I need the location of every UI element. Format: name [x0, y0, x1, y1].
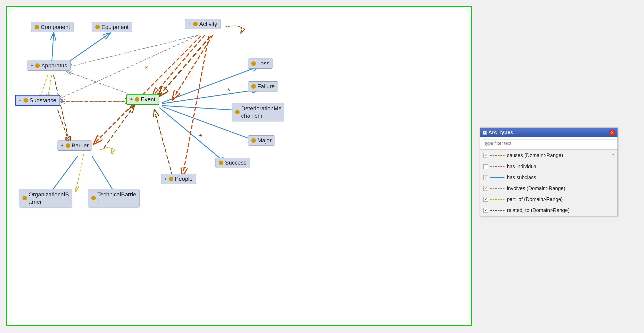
node-component[interactable]: Component — [31, 22, 74, 32]
svg-line-2 — [162, 106, 243, 111]
node-dot-component — [35, 25, 39, 29]
node-label-success: Success — [225, 160, 246, 166]
node-label-techbarrier: TechnicalBarrier — [98, 191, 136, 206]
arc-types-title: Arc Types — [488, 129, 514, 136]
arc-item-part-of: part_of (Domain>Range) — [480, 194, 618, 205]
svg-line-13 — [58, 36, 197, 99]
node-failure[interactable]: Failure — [248, 81, 278, 91]
node-people[interactable]: + People — [161, 174, 196, 184]
svg-line-20 — [58, 109, 70, 144]
svg-line-8 — [64, 33, 110, 65]
node-dot-orgbarrier — [22, 196, 27, 200]
node-deterioration[interactable]: DeteriorationMechanism — [232, 103, 284, 121]
node-plus-people: + — [164, 176, 167, 182]
arc-types-header-checkbox[interactable]: ✓ — [482, 131, 487, 135]
node-dot-substance — [24, 98, 28, 103]
arc-checkbox-causes[interactable] — [484, 153, 488, 157]
node-activity[interactable]: + Activity — [185, 19, 221, 29]
arc-item-related-to: related_to (Domain>Range) — [480, 205, 618, 216]
svg-text:*: * — [144, 64, 148, 73]
svg-line-12 — [67, 35, 199, 67]
node-dot-techbarrier — [91, 196, 96, 200]
svg-line-14 — [67, 71, 136, 96]
arc-line-part-of — [490, 199, 504, 200]
node-dot-equipment — [96, 25, 100, 29]
node-dot-event — [135, 97, 139, 102]
arc-label-has-individual: has individual — [507, 164, 614, 169]
node-techbarrier[interactable]: TechnicalBarrier — [88, 189, 140, 208]
arc-star-causes: * — [612, 152, 614, 158]
arc-line-related-to — [490, 210, 504, 211]
arc-line-has-individual — [490, 166, 504, 167]
arc-checkbox-part-of[interactable] — [484, 197, 488, 202]
svg-line-24 — [154, 109, 172, 176]
svg-line-22 — [158, 36, 211, 96]
node-major[interactable]: Major — [248, 135, 275, 146]
node-label-activity: Activity — [199, 21, 217, 27]
node-dot-major — [251, 138, 256, 143]
arc-label-involves: involves (Domain>Range) — [507, 185, 614, 191]
node-dot-deterioration — [235, 110, 240, 114]
arc-checkbox-related-to[interactable] — [484, 208, 488, 213]
node-label-event: Event — [141, 96, 156, 103]
node-dot-loss — [251, 61, 256, 66]
node-dot-people — [169, 177, 173, 181]
node-label-major: Major — [258, 137, 272, 144]
svg-line-25 — [172, 35, 213, 99]
arc-checkbox-involves[interactable] — [484, 186, 488, 191]
node-dot-apparatus — [35, 63, 40, 68]
node-dot-failure — [251, 84, 256, 89]
arc-line-has-subclass — [490, 177, 504, 178]
node-barrier[interactable]: + Barrier — [58, 140, 92, 151]
arc-item-has-individual: has individual — [480, 161, 618, 172]
arc-label-has-subclass: has subclass — [507, 175, 614, 180]
svg-line-19 — [54, 75, 70, 144]
arc-types-filter-row — [480, 137, 618, 150]
svg-line-4 — [160, 107, 226, 164]
arc-label-part-of: part_of (Domain>Range) — [507, 196, 614, 202]
svg-text:*: * — [227, 86, 230, 95]
svg-line-23 — [104, 106, 134, 148]
node-label-loss: Loss — [258, 60, 269, 67]
node-label-component: Component — [41, 24, 70, 30]
node-orgbarrier[interactable]: OrganizationalBarrier — [19, 189, 72, 208]
node-dot-success — [219, 161, 223, 165]
arc-types-filter-input[interactable] — [482, 139, 615, 147]
node-label-barrier: Barrier — [72, 142, 89, 149]
svg-text:*: * — [199, 133, 202, 141]
node-label-people: People — [175, 176, 192, 182]
node-success[interactable]: Success — [216, 158, 250, 168]
node-plus-activity: + — [188, 21, 191, 27]
node-plus-apparatus: + — [30, 63, 33, 68]
svg-line-10 — [94, 36, 201, 144]
node-plus-event: + — [130, 97, 133, 102]
node-loss[interactable]: Loss — [248, 58, 273, 69]
arc-checkbox-has-individual[interactable] — [484, 164, 488, 169]
node-event[interactable]: + Event — [126, 94, 159, 105]
svg-line-1 — [162, 89, 259, 104]
svg-line-0 — [162, 66, 259, 103]
node-label-apparatus: Apparatus — [41, 62, 67, 69]
main-container: * * * Component Equipment + Activity + — [6, 6, 618, 326]
node-dot-activity — [193, 22, 198, 26]
svg-line-9 — [152, 35, 205, 96]
node-equipment[interactable]: Equipment — [92, 22, 132, 32]
node-plus-substance: + — [19, 98, 22, 103]
svg-line-11 — [182, 36, 208, 176]
arc-types-panel: ✓ Arc Types ✕ causes (Domain>Range) * ha… — [480, 128, 618, 216]
arc-label-causes: causes (Domain>Range) — [507, 152, 610, 158]
node-label-equipment: Equipment — [102, 24, 128, 30]
arc-checkbox-has-subclass[interactable] — [484, 175, 488, 180]
node-plus-barrier: + — [61, 143, 64, 148]
arc-item-involves: involves (Domain>Range) — [480, 183, 618, 194]
node-label-failure: Failure — [258, 83, 275, 90]
arc-label-related-to: related_to (Domain>Range) — [507, 207, 614, 213]
node-substance[interactable]: + Substance — [15, 95, 60, 106]
arc-types-close-button[interactable]: ✕ — [609, 130, 615, 135]
node-apparatus[interactable]: + Apparatus — [27, 60, 71, 71]
node-label-substance: Substance — [30, 97, 56, 104]
node-dot-barrier — [66, 143, 70, 148]
arc-item-has-subclass: has subclass — [480, 172, 618, 183]
graph-canvas: * * * Component Equipment + Activity + — [6, 6, 472, 326]
arc-types-header-left: ✓ Arc Types — [482, 129, 514, 136]
